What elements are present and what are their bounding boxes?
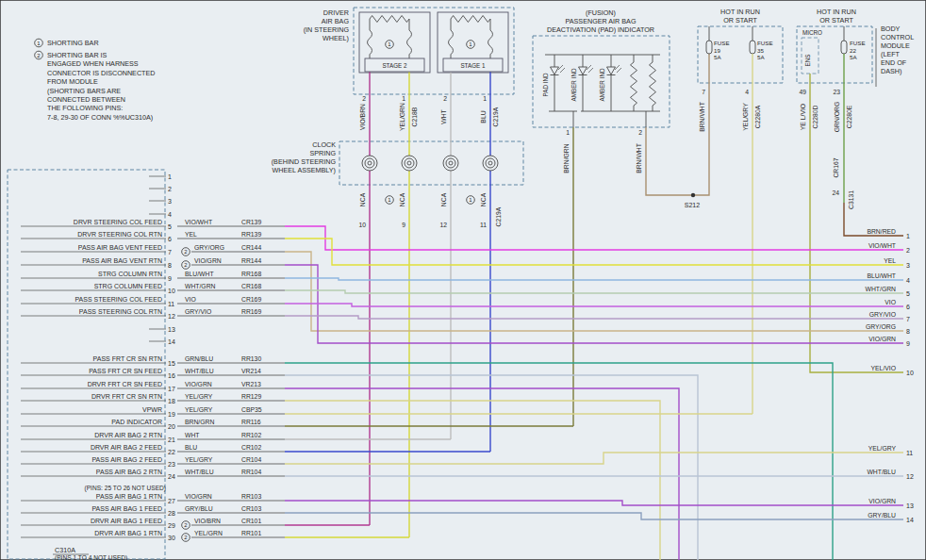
clock-spring-coil-icon [407, 161, 411, 165]
wire-color-label: NCA [480, 192, 487, 206]
module-pin-number: 10 [168, 288, 175, 294]
connector-pin-number: 1 [566, 129, 570, 136]
title-line: (SHORTING BARS ARE [47, 87, 121, 95]
circuit-label: CR144 [241, 244, 261, 251]
wire-color-label: YE L/VIO [800, 104, 806, 130]
title-line: SHORTING BAR IS [47, 51, 107, 59]
connector-pin-number: 11 [480, 222, 487, 228]
wire-color-label: BLU/WHT [867, 272, 896, 279]
circuit-label: CR104 [241, 456, 261, 463]
connector-pin-number: 1 [906, 233, 910, 239]
wire-color-label: VIO/GRN [185, 493, 212, 500]
module-pin-number: 2 [168, 186, 172, 192]
connector-pin-number: 2 [443, 95, 447, 102]
wire-color-label: YEL/GRY [868, 445, 897, 452]
module-pin-label: PASS FRT CR SN RTN [93, 355, 162, 362]
circuit-label: RR129 [241, 393, 261, 400]
connector-pin-number: 5 [906, 290, 910, 297]
fuse-label-line: FUSE [757, 40, 773, 46]
title-line: CLOCK [312, 140, 336, 149]
circuit-label: RR102 [241, 432, 261, 438]
connector-label: C2280E [846, 105, 852, 128]
connector-pin-number: 2 [906, 247, 910, 254]
stage1-label: STAGE 1 [460, 62, 486, 69]
fuse-label-line: FUSE [850, 40, 866, 46]
title-line: END OF [881, 58, 907, 67]
module-pin-number: 28 [168, 510, 175, 517]
module-pin-number: 11 [168, 301, 174, 307]
wire-color-label: GRY/ORG [866, 323, 896, 330]
module-pin-label: PASS AIR BAG VENT FEED [78, 244, 162, 251]
connector-pin-number: 7 [906, 316, 910, 322]
module-pin-number: 17 [168, 386, 175, 392]
note-shorting-bar: SHORTING BAR [47, 39, 99, 47]
circuit-label: CR102 [241, 444, 261, 451]
fuse-label-line: 5A [757, 54, 765, 60]
wire-color-label: VIO/GRN [194, 257, 222, 264]
circuit-label: CR103 [241, 505, 261, 512]
title-line: DRIVER [323, 8, 349, 17]
wire-color-label: VIO/WHT [185, 219, 212, 225]
module-pin-label: PASS AIR BAG VENT RTN [82, 257, 162, 264]
circuit-label: CBP35 [241, 406, 262, 413]
wire-color-label: WHT/BLU [185, 469, 214, 475]
title-line: DASH) [881, 67, 901, 75]
circuit-label: RR103 [241, 493, 261, 500]
wire-color-label: BLU/WHT [185, 271, 214, 277]
fuse-label-line: 35 [757, 47, 764, 54]
connector-label: C2280A [754, 105, 761, 128]
clock-spring-coil-icon [368, 161, 372, 165]
module-pin-label: PASS FRT CR SN FEED [89, 368, 162, 374]
connector-pin-number: 23 [833, 89, 840, 95]
title-line: SPRING [309, 149, 336, 157]
airbag-wiring-diagram-page: PAD INDAMBER INDAMBER IND1BRN/GRN2BRN/WH… [0, 0, 926, 560]
module-pin-label: PASS STEERING COL RTN [79, 308, 162, 315]
splice-label: S212 [685, 202, 700, 208]
connector-pin-number: 10 [906, 370, 914, 376]
title-line: FROM MODULE [47, 77, 98, 86]
connector-pin-number: 4 [745, 89, 749, 95]
led-label: PAD IND [542, 73, 549, 97]
module-pin-number: 14 [168, 338, 175, 345]
module-pin-label: DRVR AIR BAG 1 FEED [91, 518, 162, 524]
fuse-icon [706, 41, 712, 54]
connector-pin-number: 12 [439, 222, 447, 228]
module-pin-number: 8 [168, 262, 172, 269]
module-pin-number: 4 [168, 211, 172, 218]
title-line: ENGAGED WHEN HARNESS [47, 59, 139, 68]
module-pin-number: 15 [168, 360, 175, 367]
module-pin-number: 21 [168, 436, 175, 443]
title-line: WHEEL) [322, 34, 349, 42]
connector-label: C3131 [848, 190, 854, 209]
connector-pin-number: 10 [358, 222, 366, 228]
fuse-label-line: 5A [714, 54, 721, 60]
title-line: THE FOLLOWING PINS: [47, 104, 123, 112]
wire-color-label: WHT/GRN [185, 283, 216, 289]
wire-color-label: VIO/GRN [868, 498, 896, 504]
wire-color-label: YEL/GRY [185, 456, 213, 463]
pins-not-used-note: (PINS: 25 TO 26 NOT USED) [85, 485, 166, 492]
module-pin-number: 7 [168, 249, 172, 255]
wire-color-label: YEL [185, 231, 197, 238]
wire-color-label: GRY/VIO [869, 311, 896, 318]
title-line: (FUSION) [586, 8, 616, 17]
module-pin-label: PASS AIR BAG 2 RTN [96, 469, 162, 475]
fuse-icon [841, 41, 847, 54]
title-line: OR START [723, 16, 757, 25]
led-label: AMBER IND [570, 68, 577, 101]
module-pin-number: 22 [168, 449, 175, 455]
wire-color-label: VIO/GRN [185, 381, 212, 387]
wire-color-label: BRN/GRN [185, 419, 214, 425]
wire-color-label: GRY/ORG [194, 244, 224, 251]
circuit-label: RR116 [241, 419, 261, 425]
pins-not-used-note: (PINS 1 TO 4 NOT USED) [55, 554, 127, 560]
connector-label: C2280D [812, 105, 819, 128]
wire-color-label: YEL/GRY [185, 393, 213, 400]
connector-pin-number: 2 [362, 95, 366, 102]
wire-color-label: BLU [480, 110, 487, 123]
wire-color-label: NCA [359, 192, 366, 206]
title-line: CONNECTOR IS DISCONNECTED [47, 69, 155, 77]
title-line: CONNECTED BETWEEN [47, 95, 125, 104]
circuit-label: RR144 [241, 257, 261, 264]
stage2-label: STAGE 2 [382, 62, 407, 69]
